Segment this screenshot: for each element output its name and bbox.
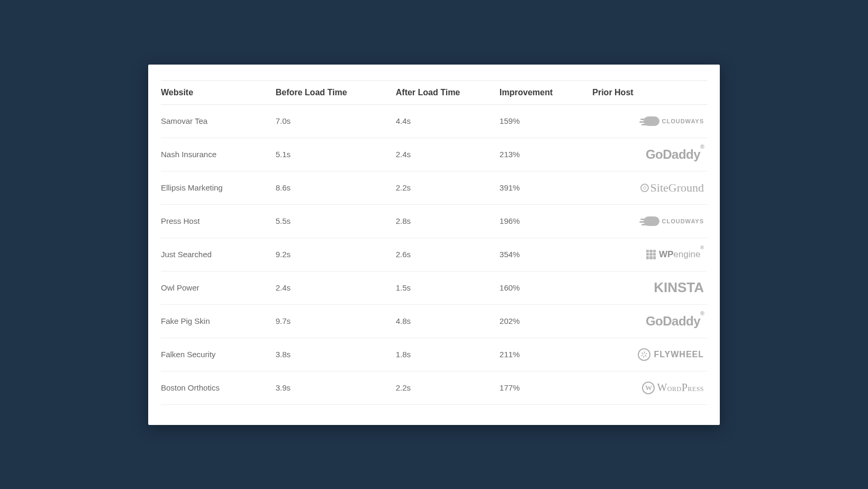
cell-before: 9.2s [276,238,396,271]
cell-after: 2.8s [396,204,500,238]
cell-website: Samovar Tea [161,104,276,138]
table-row: Press Host5.5s2.8s196%CLOUDWAYS [161,204,707,238]
th-after: After Load Time [396,80,500,104]
cell-prior-host: CLOUDWAYS [592,104,707,138]
cell-after: 2.4s [396,138,500,171]
table-row: Fake Pig Skin9.7s4.8s202%GoDaddy® [161,304,707,338]
cell-after: 2.2s [396,371,500,404]
cell-improvement: 202% [500,304,592,338]
cell-after: 1.5s [396,271,500,304]
cell-improvement: 196% [500,204,592,238]
cell-website: Owl Power [161,271,276,304]
cell-website: Ellipsis Marketing [161,171,276,204]
table-row: Just Searched9.2s2.6s354%WPengine® [161,238,707,271]
cell-website: Nash Insurance [161,138,276,171]
godaddy-logo-icon: GoDaddy® [646,314,704,329]
cell-after: 2.6s [396,238,500,271]
table-row: Ellipsis Marketing8.6s2.2s391%SiteGround [161,171,707,204]
cell-improvement: 160% [500,271,592,304]
cell-improvement: 213% [500,138,592,171]
comparison-table: Website Before Load Time After Load Time… [161,80,707,405]
cell-improvement: 211% [500,338,592,371]
cell-prior-host: GoDaddy® [592,138,707,171]
cell-improvement: 159% [500,104,592,138]
th-website: Website [161,80,276,104]
cell-prior-host: WWordPress [592,371,707,404]
siteground-logo-icon: SiteGround [640,181,704,195]
cell-website: Falken Security [161,338,276,371]
kinsta-logo-icon: KINSTA [654,279,704,296]
cell-before: 5.1s [276,138,396,171]
table-row: Nash Insurance5.1s2.4s213%GoDaddy® [161,138,707,171]
table-body: Samovar Tea7.0s4.4s159%CLOUDWAYSNash Ins… [161,104,707,404]
th-prior-host: Prior Host [592,80,707,104]
cloudways-logo-icon: CLOUDWAYS [644,116,704,126]
cell-prior-host: KINSTA [592,271,707,304]
table-row: Falken Security3.8s1.8s211%FLYWHEEL [161,338,707,371]
cloudways-logo-icon: CLOUDWAYS [644,216,704,226]
cell-after: 4.8s [396,304,500,338]
flywheel-logo-icon: FLYWHEEL [638,348,704,361]
wordpress-logo-icon: WWordPress [642,382,704,394]
cell-website: Press Host [161,204,276,238]
cell-prior-host: FLYWHEEL [592,338,707,371]
cell-website: Boston Orthotics [161,371,276,404]
cell-before: 7.0s [276,104,396,138]
cell-before: 3.8s [276,338,396,371]
table-header-row: Website Before Load Time After Load Time… [161,80,707,104]
cell-prior-host: WPengine® [592,238,707,271]
table-row: Boston Orthotics3.9s2.2s177%WWordPress [161,371,707,404]
cell-after: 4.4s [396,104,500,138]
cell-prior-host: GoDaddy® [592,304,707,338]
cell-improvement: 354% [500,238,592,271]
cell-before: 8.6s [276,171,396,204]
cell-before: 9.7s [276,304,396,338]
godaddy-logo-icon: GoDaddy® [646,147,704,162]
cell-improvement: 391% [500,171,592,204]
cell-prior-host: SiteGround [592,171,707,204]
cell-after: 2.2s [396,171,500,204]
table-row: Samovar Tea7.0s4.4s159%CLOUDWAYS [161,104,707,138]
cell-after: 1.8s [396,338,500,371]
table-row: Owl Power2.4s1.5s160%KINSTA [161,271,707,304]
comparison-card: Website Before Load Time After Load Time… [148,65,720,425]
th-before: Before Load Time [276,80,396,104]
cell-prior-host: CLOUDWAYS [592,204,707,238]
th-improvement: Improvement [500,80,592,104]
cell-website: Fake Pig Skin [161,304,276,338]
cell-before: 2.4s [276,271,396,304]
cell-before: 5.5s [276,204,396,238]
wpengine-logo-icon: WPengine® [646,249,704,260]
cell-improvement: 177% [500,371,592,404]
cell-website: Just Searched [161,238,276,271]
cell-before: 3.9s [276,371,396,404]
